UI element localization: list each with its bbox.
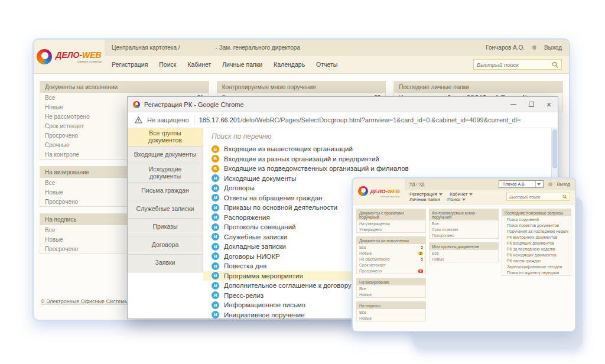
menu-item[interactable]: Поиск xyxy=(159,61,176,68)
docgroup-type-icon: И xyxy=(212,243,219,251)
panel-row-link[interactable]: Срок истекает xyxy=(430,226,498,232)
menu-item[interactable]: Регистрация xyxy=(112,61,148,68)
panel-row-link[interactable]: РК внутренних документов xyxy=(502,234,571,240)
panel-row-link[interactable]: Новые xyxy=(430,256,498,262)
docgroup-label: Договоры xyxy=(224,184,255,191)
panel-row-link[interactable]: Просрочено 2 xyxy=(357,268,425,274)
docgroup-tab[interactable]: Служебные записки xyxy=(128,200,203,219)
docgroup-tab[interactable]: Договора xyxy=(128,236,203,255)
url-text[interactable]: 185.17.66.201/delo/WebRC/Pages/SelectDoc… xyxy=(199,116,521,124)
panel-rows: ВсеНовые xyxy=(357,285,425,297)
docgroup-label: Информационное письмо xyxy=(224,301,305,308)
search-icon[interactable] xyxy=(552,61,558,68)
row-label: РК входящих документов xyxy=(507,241,568,245)
main-menu: Регистрация Поиск Кабинет Личные папки К… xyxy=(112,61,347,68)
panel-row-link[interactable]: Срок истекает xyxy=(357,262,425,268)
docgroup-type-icon: И xyxy=(212,262,219,270)
quick-search-box xyxy=(473,59,562,70)
docgroup-type-icon: И xyxy=(212,204,219,212)
menu-item[interactable]: Отчеты xyxy=(316,61,337,68)
docgroup-tab[interactable]: Приказы xyxy=(128,219,203,237)
small-column-2: Контролируемые мною поручения ВсеСрок ис… xyxy=(429,209,499,266)
docgroup-row[interactable]: В Входящие из подведомственных организац… xyxy=(203,164,558,174)
panel-row-link[interactable]: Все xyxy=(357,285,425,291)
chevron-down-icon xyxy=(535,181,542,187)
row-label: РК внутренних документов xyxy=(507,235,568,239)
panel-row-link[interactable]: РК за последнюю неделю xyxy=(502,246,571,252)
docgroup-label: Протоколы совещаний xyxy=(224,223,296,230)
quick-search-input[interactable] xyxy=(509,195,562,199)
row-label: Срок истекает xyxy=(432,228,496,232)
maximize-button[interactable] xyxy=(522,97,540,112)
scrollbar-thumb[interactable] xyxy=(552,129,557,168)
menu-item[interactable]: Кабинет xyxy=(450,191,473,197)
delo-web-logo: ДЕЛО-WEB главная страница xyxy=(34,40,105,73)
logout-button[interactable]: Выход xyxy=(544,44,562,51)
gear-icon[interactable]: ⚙ xyxy=(548,181,552,187)
logout-button[interactable]: Выход xyxy=(557,181,570,187)
panel-row-link[interactable]: Поиск проектов документов xyxy=(502,222,571,228)
panel-row-link[interactable]: РК входящих документов xyxy=(502,240,571,246)
main-header: ДЕЛО-WEB главная страница Центральная ка… xyxy=(34,40,569,74)
panel-row-link[interactable]: Утверждено xyxy=(357,226,425,232)
menu-item[interactable]: Календарь xyxy=(274,61,305,68)
search-icon[interactable] xyxy=(562,194,567,199)
docgroup-tab[interactable]: Все группы документов xyxy=(128,128,203,147)
docgroup-row[interactable]: В Входящие из разных организаций и предп… xyxy=(203,154,558,164)
desktop: ДЕЛО-WEB главная страница Центральная ка… xyxy=(0,0,605,364)
docgroup-tab[interactable]: Письма граждан xyxy=(128,183,203,201)
menu-item[interactable]: Регистрация xyxy=(409,191,443,197)
panel-rows: ВсеНовые xyxy=(430,250,498,262)
docgroup-row[interactable]: В Входящие из вышестоящих организаций xyxy=(203,144,558,154)
list-search-placeholder[interactable]: Поиск по перечню xyxy=(203,130,558,144)
panel-row-link[interactable]: Все xyxy=(430,220,498,226)
user-select[interactable]: Плахов А.В. xyxy=(499,180,544,188)
row-label: РК писем граждан xyxy=(507,259,568,263)
small-menu-bar: Регистрация Кабинет Личные папки Поиск xyxy=(405,190,575,204)
panel-row-link[interactable]: Все xyxy=(357,309,425,315)
docgroup-type-icon: И xyxy=(212,174,219,182)
row-label: Поиск по журналу передачи xyxy=(507,271,568,275)
panel-row-link[interactable]: РК исходящих документов xyxy=(502,252,571,258)
panel-title: Последние поисковые запросы xyxy=(502,209,571,216)
menu-item[interactable]: Личные папки xyxy=(409,197,440,202)
panel-row-link[interactable]: На утверждении xyxy=(357,220,425,226)
panel-row-link[interactable]: Просрочено xyxy=(430,232,498,238)
menu-item[interactable]: Личные папки xyxy=(222,61,262,68)
panel-documents-on-execution: Документы на исполнении Все 5 xyxy=(356,236,426,274)
panel-row-link[interactable]: Поручения за последнюю неделю xyxy=(502,228,571,234)
docgroup-tab[interactable]: Исходящие документы xyxy=(128,164,203,183)
quick-search-input[interactable] xyxy=(477,61,552,68)
panel-row-link[interactable]: Поиск поручений xyxy=(502,216,571,222)
panel-row-link[interactable]: Поиск по журналу передачи xyxy=(502,269,571,275)
docgroup-tab[interactable]: Заявки xyxy=(128,255,203,273)
window-title: Регистрация РК - Google Chrome xyxy=(144,101,244,108)
chrome-titlebar[interactable]: Регистрация РК - Google Chrome × xyxy=(128,97,558,112)
panel-row-link[interactable]: Новые xyxy=(357,291,425,297)
breadcrumb-bar: УД / УД Плахов А.В. ⚙ Выход xyxy=(405,178,575,190)
panel-recent-searches: Последние поисковые запросы Поиск поруче… xyxy=(502,209,571,276)
panel-title: Последние личные папки xyxy=(394,82,562,93)
docgroup-label: Пресс-релиз xyxy=(224,292,264,299)
docgroup-label: Дополнительное соглашение к договору xyxy=(224,282,352,289)
close-button[interactable]: × xyxy=(540,97,558,112)
brand-text: ДЕЛО-WEB xyxy=(56,50,101,60)
chrome-addressbar[interactable]: Не защищено 185.17.66.201/delo/WebRC/Pag… xyxy=(128,112,558,128)
user-name[interactable]: Гончаров А.О. xyxy=(486,44,525,51)
menu-item[interactable]: Кабинет xyxy=(187,61,211,68)
panel-row-link[interactable]: Зарегистрированные сегодня xyxy=(502,264,571,269)
docgroup-tab[interactable]: Входящие документы xyxy=(128,147,203,165)
panel-row-link[interactable]: Не рассмотрено 5 xyxy=(357,256,425,262)
minimize-button[interactable] xyxy=(505,97,522,112)
row-label: Просрочено xyxy=(432,233,496,238)
panel-row-link[interactable]: Все xyxy=(430,250,498,256)
panel-row-link[interactable]: Все 5 xyxy=(357,244,425,250)
gear-icon[interactable]: ⚙ xyxy=(532,44,537,51)
panel-row-link[interactable]: Новые 2 xyxy=(357,250,425,256)
panel-row-link[interactable]: РК писем граждан xyxy=(502,258,571,264)
menu-item[interactable]: Поиск xyxy=(447,197,466,202)
small-header: ДЕЛО-WEB главная страница УД / УД Плахов… xyxy=(353,178,575,204)
row-label: Все xyxy=(432,222,496,226)
docgroup-type-icon: И xyxy=(212,233,219,240)
panel-row-link[interactable]: Новые xyxy=(357,315,425,321)
